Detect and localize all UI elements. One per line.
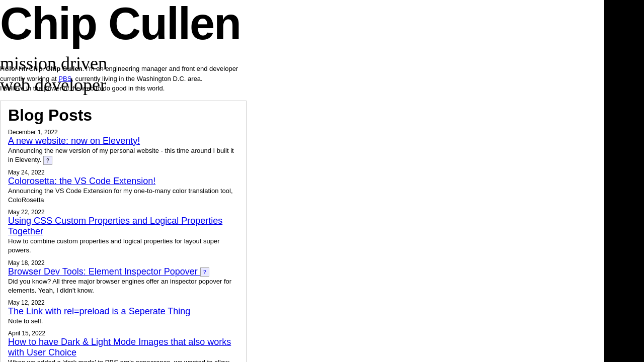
post-link[interactable]: Colorosetta: the VS Code Extension! [8,176,238,187]
post-date: May 22, 2022 [8,209,238,216]
post-excerpt: Announcing the VS Code Extension for my … [8,187,238,205]
bio-belief: I believe in the power of the web to do … [0,84,165,92]
post-date: April 15, 2022 [8,330,238,337]
list-item: May 24, 2022 Colorosetta: the VS Code Ex… [8,169,238,205]
blog-posts-section: Blog Posts December 1, 2022 A new websit… [0,101,247,362]
post-excerpt: Note to self. [8,317,238,326]
post-date: May 24, 2022 [8,169,238,176]
post-link[interactable]: Using CSS Custom Properties and Logical … [8,216,238,237]
post-excerpt: How to combine custom properties and log… [8,237,238,255]
post-link[interactable]: A new website: now on Eleventy! [8,136,238,146]
bio-section: Hello! I'm Chip. Chip Cullen. I'm an eng… [0,64,262,96]
post-excerpt: Did you know? All three major browser en… [8,277,238,295]
black-sidebar [604,0,644,362]
post-date: May 12, 2022 [8,299,238,306]
list-item: December 1, 2022 A new website: now on E… [8,129,238,165]
post-date: May 18, 2022 [8,259,238,266]
post-link[interactable]: The Link with rel=preload is a Seperate … [8,306,238,317]
bio-location: , currently living in the Washington D.C… [71,75,202,82]
post-excerpt: Announcing the new version of my persona… [8,146,238,165]
post-link[interactable]: Browser Dev Tools: Element Inspector Pop… [8,266,238,277]
site-title: Chip Cullen [0,0,604,48]
icon-placeholder-1: ? [43,156,52,165]
list-item: April 15, 2022 How to have Dark & Light … [8,330,238,362]
post-date: December 1, 2022 [8,129,238,136]
icon-placeholder-2: ? [200,267,209,277]
list-item: May 18, 2022 Browser Dev Tools: Element … [8,259,238,295]
list-item: May 12, 2022 The Link with rel=preload i… [8,299,238,326]
list-item: May 22, 2022 Using CSS Custom Properties… [8,209,238,255]
post-link[interactable]: How to have Dark & Light Mode Images tha… [8,337,238,358]
post-excerpt: When we added a 'dark mode' to PBS.org's… [8,358,238,362]
bio-employer-link[interactable]: PBS [58,75,71,82]
blog-posts-heading: Blog Posts [8,106,238,125]
bio-intro: Hello! I'm Chip. [0,65,46,72]
main-content: Chip Cullen mission driven web developer… [0,0,604,96]
bio-name: Chip Cullen [46,65,82,72]
